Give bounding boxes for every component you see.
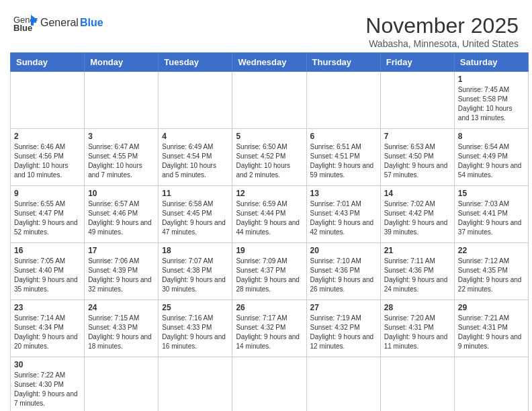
logo-text-general: General: [40, 17, 79, 29]
logo-icon: General Blue: [13, 13, 38, 32]
day-number: 21: [384, 246, 451, 255]
logo-text-blue: Blue: [80, 17, 103, 29]
weekday-header-sunday: Sunday: [11, 53, 85, 72]
weekday-header-monday: Monday: [85, 53, 159, 72]
calendar-cell: 25Sunrise: 7:16 AMSunset: 4:33 PMDayligh…: [159, 300, 232, 357]
day-number: 14: [384, 189, 451, 198]
calendar-cell: [85, 357, 159, 412]
calendar-cell: 15Sunrise: 7:03 AMSunset: 4:41 PMDayligh…: [454, 186, 528, 243]
calendar-cell: [380, 357, 454, 412]
day-number: 27: [310, 303, 377, 312]
day-number: 29: [458, 303, 525, 312]
day-info: Sunrise: 6:59 AMSunset: 4:44 PMDaylight:…: [236, 199, 302, 237]
calendar-cell: [454, 357, 528, 412]
day-info: Sunrise: 7:11 AMSunset: 4:36 PMDaylight:…: [384, 257, 451, 294]
day-info: Sunrise: 7:03 AMSunset: 4:41 PMDaylight:…: [458, 199, 525, 237]
day-info: Sunrise: 6:58 AMSunset: 4:45 PMDaylight:…: [162, 199, 228, 237]
day-number: 23: [14, 303, 81, 312]
day-info: Sunrise: 7:06 AMSunset: 4:39 PMDaylight:…: [88, 257, 154, 294]
calendar-cell: 8Sunrise: 6:54 AMSunset: 4:49 PMDaylight…: [454, 129, 528, 186]
day-number: 20: [310, 246, 377, 255]
calendar-cell: 14Sunrise: 7:02 AMSunset: 4:42 PMDayligh…: [380, 186, 454, 243]
calendar-cell: 28Sunrise: 7:20 AMSunset: 4:31 PMDayligh…: [380, 300, 454, 357]
day-info: Sunrise: 7:16 AMSunset: 4:33 PMDaylight:…: [162, 314, 228, 351]
calendar-cell: 1Sunrise: 7:45 AMSunset: 5:58 PMDaylight…: [454, 72, 528, 129]
svg-rect-3: [31, 19, 34, 26]
calendar-cell: [11, 72, 85, 129]
calendar-cell: 13Sunrise: 7:01 AMSunset: 4:43 PMDayligh…: [306, 186, 380, 243]
day-number: 26: [236, 303, 302, 312]
calendar-cell: 20Sunrise: 7:10 AMSunset: 4:36 PMDayligh…: [306, 243, 380, 300]
calendar-cell: 2Sunrise: 6:46 AMSunset: 4:56 PMDaylight…: [11, 129, 85, 186]
calendar-cell: [85, 72, 159, 129]
calendar-cell: 19Sunrise: 7:09 AMSunset: 4:37 PMDayligh…: [232, 243, 306, 300]
calendar-cell: 18Sunrise: 7:07 AMSunset: 4:38 PMDayligh…: [159, 243, 232, 300]
weekday-header-saturday: Saturday: [454, 53, 528, 72]
day-number: 5: [236, 132, 302, 141]
day-info: Sunrise: 7:14 AMSunset: 4:34 PMDaylight:…: [14, 314, 81, 351]
weekday-header-wednesday: Wednesday: [232, 53, 306, 72]
calendar-cell: 23Sunrise: 7:14 AMSunset: 4:34 PMDayligh…: [11, 300, 85, 357]
day-number: 6: [310, 132, 377, 141]
day-number: 13: [310, 189, 377, 198]
calendar-cell: 16Sunrise: 7:05 AMSunset: 4:40 PMDayligh…: [11, 243, 85, 300]
day-number: 1: [458, 75, 525, 84]
calendar-cell: 7Sunrise: 6:53 AMSunset: 4:50 PMDaylight…: [380, 129, 454, 186]
calendar-cell: [306, 72, 380, 129]
calendar-cell: [380, 72, 454, 129]
day-number: 19: [236, 246, 302, 255]
calendar-cell: 12Sunrise: 6:59 AMSunset: 4:44 PMDayligh…: [232, 186, 306, 243]
calendar-cell: 27Sunrise: 7:19 AMSunset: 4:32 PMDayligh…: [306, 300, 380, 357]
day-number: 2: [14, 132, 81, 141]
calendar-cell: [232, 357, 306, 412]
calendar-cell: 3Sunrise: 6:47 AMSunset: 4:55 PMDaylight…: [85, 129, 159, 186]
day-number: 3: [88, 132, 154, 141]
location-title: Wabasha, Minnesota, United States: [365, 38, 519, 49]
calendar-cell: 22Sunrise: 7:12 AMSunset: 4:35 PMDayligh…: [454, 243, 528, 300]
week-row-1: 1Sunrise: 7:45 AMSunset: 5:58 PMDaylight…: [11, 72, 529, 129]
day-info: Sunrise: 7:20 AMSunset: 4:31 PMDaylight:…: [384, 314, 451, 351]
day-info: Sunrise: 7:22 AMSunset: 4:30 PMDaylight:…: [14, 371, 81, 408]
day-number: 12: [236, 189, 302, 198]
day-number: 16: [14, 246, 81, 255]
calendar-cell: [159, 72, 232, 129]
calendar-cell: [306, 357, 380, 412]
day-info: Sunrise: 6:46 AMSunset: 4:56 PMDaylight:…: [14, 142, 81, 180]
day-info: Sunrise: 6:53 AMSunset: 4:50 PMDaylight:…: [384, 142, 451, 180]
day-number: 15: [458, 189, 525, 198]
day-info: Sunrise: 6:50 AMSunset: 4:52 PMDaylight:…: [236, 142, 302, 180]
day-info: Sunrise: 7:45 AMSunset: 5:58 PMDaylight:…: [458, 85, 525, 123]
week-row-3: 9Sunrise: 6:55 AMSunset: 4:47 PMDaylight…: [11, 186, 529, 243]
day-info: Sunrise: 6:49 AMSunset: 4:54 PMDaylight:…: [162, 142, 228, 180]
calendar-cell: 29Sunrise: 7:21 AMSunset: 4:31 PMDayligh…: [454, 300, 528, 357]
day-info: Sunrise: 6:47 AMSunset: 4:55 PMDaylight:…: [88, 142, 154, 180]
day-info: Sunrise: 7:09 AMSunset: 4:37 PMDaylight:…: [236, 257, 302, 294]
day-number: 8: [458, 132, 525, 141]
day-number: 18: [162, 246, 228, 255]
day-info: Sunrise: 7:01 AMSunset: 4:43 PMDaylight:…: [310, 199, 377, 237]
header: General Blue General Blue November 2025 …: [7, 7, 525, 52]
day-info: Sunrise: 6:57 AMSunset: 4:46 PMDaylight:…: [88, 199, 154, 237]
logo: General Blue General Blue: [13, 13, 103, 32]
day-number: 7: [384, 132, 451, 141]
calendar-cell: 26Sunrise: 7:17 AMSunset: 4:32 PMDayligh…: [232, 300, 306, 357]
day-number: 30: [14, 360, 81, 369]
day-number: 28: [384, 303, 451, 312]
day-info: Sunrise: 6:54 AMSunset: 4:49 PMDaylight:…: [458, 142, 525, 180]
week-row-4: 16Sunrise: 7:05 AMSunset: 4:40 PMDayligh…: [11, 243, 529, 300]
weekday-header-tuesday: Tuesday: [159, 53, 232, 72]
calendar-cell: [159, 357, 232, 412]
calendar-cell: 9Sunrise: 6:55 AMSunset: 4:47 PMDaylight…: [11, 186, 85, 243]
day-number: 25: [162, 303, 228, 312]
calendar-cell: 21Sunrise: 7:11 AMSunset: 4:36 PMDayligh…: [380, 243, 454, 300]
calendar-cell: 4Sunrise: 6:49 AMSunset: 4:54 PMDaylight…: [159, 129, 232, 186]
day-number: 10: [88, 189, 154, 198]
calendar-cell: [232, 72, 306, 129]
calendar-cell: 30Sunrise: 7:22 AMSunset: 4:30 PMDayligh…: [11, 357, 85, 412]
day-info: Sunrise: 6:55 AMSunset: 4:47 PMDaylight:…: [14, 199, 81, 237]
day-info: Sunrise: 7:21 AMSunset: 4:31 PMDaylight:…: [458, 314, 525, 351]
day-info: Sunrise: 7:12 AMSunset: 4:35 PMDaylight:…: [458, 257, 525, 294]
day-number: 17: [88, 246, 154, 255]
weekday-header-friday: Friday: [380, 53, 454, 72]
svg-text:Blue: Blue: [13, 23, 32, 32]
